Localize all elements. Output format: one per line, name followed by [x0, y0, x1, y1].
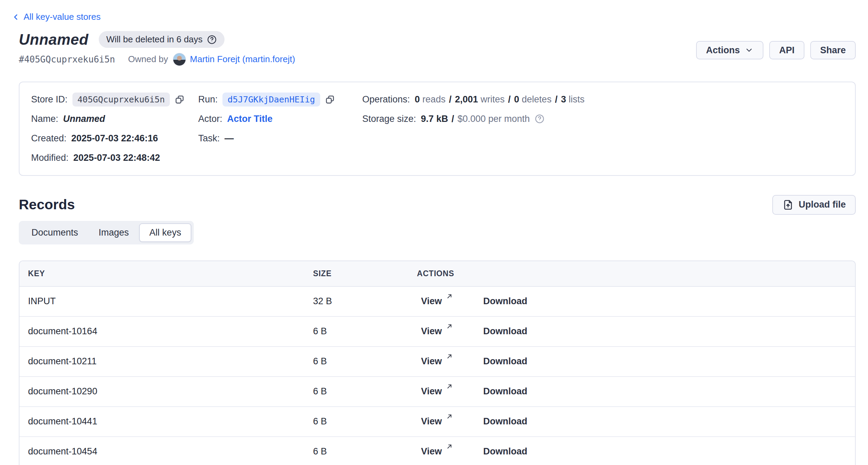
- copy-run-id-button[interactable]: [325, 94, 335, 105]
- table-header: KEY SIZE ACTIONS: [19, 261, 855, 287]
- external-link-icon: [446, 293, 453, 300]
- download-link[interactable]: Download: [483, 416, 527, 427]
- table-row: document-10290 6 B View Download: [19, 377, 855, 407]
- name-value: Unnamed: [63, 114, 105, 124]
- deletion-badge: Will be deleted in 6 days: [99, 31, 225, 48]
- tab-all-keys[interactable]: All keys: [139, 223, 191, 242]
- run-label: Run:: [198, 94, 218, 105]
- view-link[interactable]: View: [421, 356, 453, 367]
- store-id-label: Store ID:: [31, 94, 68, 105]
- copy-icon: [325, 94, 335, 105]
- view-link[interactable]: View: [421, 296, 453, 307]
- breadcrumb-all-stores[interactable]: All key-value stores: [11, 12, 100, 22]
- external-link-icon: [446, 443, 453, 450]
- download-link[interactable]: Download: [483, 356, 527, 367]
- operation-count: 3: [561, 94, 569, 104]
- created-line: Created: 2025-07-03 22:46:16: [31, 129, 198, 148]
- chevron-down-icon: [745, 46, 754, 55]
- run-line: Run: d5J7GKkjDaenHEIig: [198, 90, 362, 109]
- operations-label: Operations:: [362, 94, 410, 105]
- run-id-chip[interactable]: d5J7GKkjDaenHEIig: [222, 93, 320, 107]
- record-key: INPUT: [28, 296, 313, 307]
- copy-store-id-button[interactable]: [174, 94, 185, 105]
- store-info-card: Store ID: 405GQcuprxeku6i5n Name: Unname…: [19, 82, 856, 176]
- records-tabs: DocumentsImagesAll keys: [19, 221, 194, 244]
- operation-unit: lists: [569, 94, 585, 104]
- created-label: Created:: [31, 133, 67, 144]
- external-link-icon: [446, 413, 453, 420]
- task-label: Task:: [198, 133, 220, 144]
- storage-size-label: Storage size:: [362, 114, 416, 124]
- actions-button[interactable]: Actions: [696, 41, 763, 59]
- record-size: 6 B: [313, 416, 417, 427]
- owner-avatar: [173, 53, 186, 66]
- record-size: 6 B: [313, 326, 417, 337]
- help-icon[interactable]: [207, 34, 217, 45]
- storage-cost: $0.000 per month: [458, 114, 530, 124]
- tab-documents[interactable]: Documents: [21, 223, 89, 242]
- actions-button-label: Actions: [706, 45, 740, 56]
- view-link[interactable]: View: [421, 386, 453, 397]
- view-link[interactable]: View: [421, 446, 453, 457]
- store-hash: #405GQcuprxeku6i5n: [19, 54, 115, 65]
- external-link-icon: [446, 353, 453, 360]
- record-size: 6 B: [313, 386, 417, 397]
- share-button[interactable]: Share: [810, 41, 856, 59]
- operation-unit: writes: [480, 94, 505, 104]
- actor-line: Actor: Actor Title: [198, 109, 362, 129]
- download-link[interactable]: Download: [483, 296, 527, 307]
- store-id-line: Store ID: 405GQcuprxeku6i5n: [31, 90, 198, 109]
- view-link[interactable]: View: [421, 416, 453, 427]
- modified-line: Modified: 2025-07-03 22:48:42: [31, 148, 198, 168]
- records-title: Records: [19, 197, 75, 213]
- view-link[interactable]: View: [421, 326, 453, 337]
- record-key: document-10164: [28, 326, 313, 337]
- external-link-icon: [446, 323, 453, 330]
- table-body: INPUT 32 B View Download document-10164 …: [19, 287, 855, 465]
- column-actions: ACTIONS: [417, 269, 855, 278]
- key-value-store-page: All key-value stores Unnamed Will be del…: [0, 0, 868, 465]
- external-link-icon: [446, 383, 453, 390]
- record-size: 6 B: [313, 356, 417, 367]
- operation-unit: deletes: [522, 94, 552, 104]
- header-buttons: Actions API Share: [696, 41, 856, 59]
- operations-value: 0 reads/2,001 writes/0 deletes/3 lists: [415, 94, 585, 105]
- actor-link[interactable]: Actor Title: [227, 114, 273, 124]
- download-link[interactable]: Download: [483, 386, 527, 397]
- task-value: —: [225, 133, 234, 144]
- breadcrumb-label: All key-value stores: [24, 12, 100, 22]
- table-row: document-10454 6 B View Download: [19, 437, 855, 465]
- chevron-left-icon: [11, 13, 20, 22]
- record-size: 32 B: [313, 296, 417, 307]
- upload-file-button[interactable]: Upload file: [772, 195, 856, 215]
- store-id-chip[interactable]: 405GQcuprxeku6i5n: [72, 93, 170, 107]
- upload-file-label: Upload file: [799, 199, 846, 210]
- download-link[interactable]: Download: [483, 446, 527, 457]
- operation-count: 0: [514, 94, 522, 104]
- modified-value: 2025-07-03 22:48:42: [73, 153, 160, 163]
- operation-count: 0: [415, 94, 423, 104]
- table-row: document-10441 6 B View Download: [19, 407, 855, 437]
- storage-separator: /: [448, 114, 458, 124]
- tab-images[interactable]: Images: [89, 223, 139, 242]
- deletion-badge-label: Will be deleted in 6 days: [106, 34, 203, 45]
- task-line: Task: —: [198, 129, 362, 148]
- help-icon[interactable]: [534, 114, 545, 124]
- column-size: SIZE: [313, 269, 417, 278]
- copy-icon: [174, 94, 185, 105]
- operation-unit: reads: [422, 94, 446, 104]
- api-button[interactable]: API: [769, 41, 804, 59]
- storage-line: Storage size: 9.7 kB / $0.000 per month: [362, 109, 855, 129]
- record-key: document-10454: [28, 446, 313, 457]
- table-row: INPUT 32 B View Download: [19, 287, 855, 317]
- operations-line: Operations: 0 reads/2,001 writes/0 delet…: [362, 90, 855, 109]
- record-size: 6 B: [313, 446, 417, 457]
- download-link[interactable]: Download: [483, 326, 527, 337]
- record-key: document-10290: [28, 386, 313, 397]
- name-label: Name:: [31, 114, 58, 124]
- records-section: Records Upload file DocumentsImagesAll k…: [19, 195, 856, 465]
- table-row: document-10164 6 B View Download: [19, 317, 855, 347]
- upload-file-icon: [782, 199, 794, 211]
- owner-link[interactable]: Martin Forejt (martin.forejt): [190, 54, 295, 65]
- operation-count: 2,001: [455, 94, 480, 104]
